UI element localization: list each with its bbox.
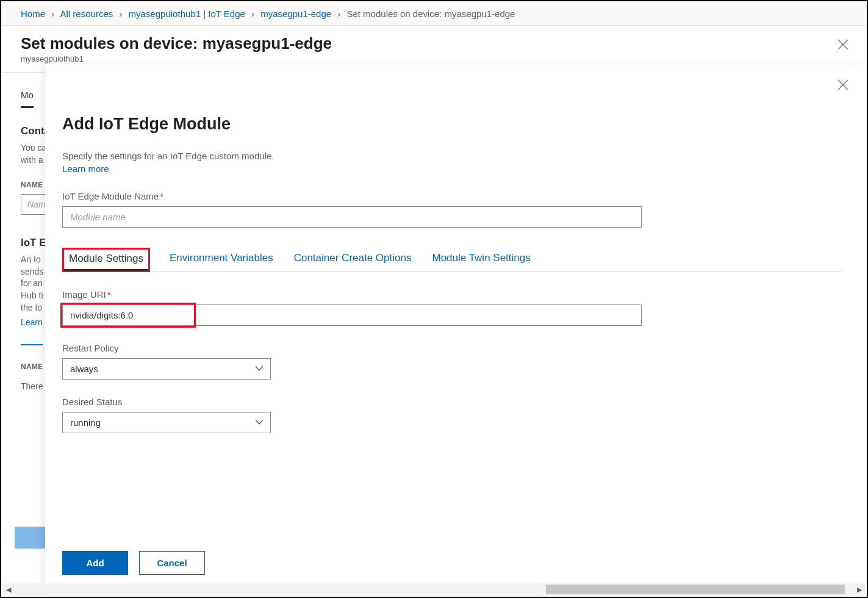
scrollbar-thumb[interactable] (546, 585, 845, 594)
scroll-left-icon[interactable]: ◀ (2, 586, 15, 594)
bg-tab-modules[interactable]: Mo (21, 84, 34, 108)
scrollbar-track[interactable] (15, 583, 853, 596)
page-title: Set modules on device: myasegpu1-edge (21, 34, 847, 53)
desired-status-label: Desired Status (62, 397, 841, 407)
breadcrumb-hub[interactable]: myasegpuiothub1 | IoT Edge (129, 9, 245, 19)
module-name-input[interactable] (62, 206, 642, 228)
breadcrumb: Home › All resources › myasegpuiothub1 |… (1, 1, 867, 26)
tab-env-variables[interactable]: Environment Variables (168, 246, 274, 272)
tab-module-settings[interactable]: Module Settings (62, 248, 150, 272)
breadcrumb-current: Set modules on device: myasegpu1-edge (346, 9, 515, 19)
horizontal-scrollbar[interactable]: ◀ ▶ (2, 583, 866, 596)
close-icon[interactable] (838, 39, 850, 51)
panel-footer: Add Cancel (62, 551, 205, 575)
desired-status-select[interactable]: running (62, 412, 271, 433)
add-button[interactable]: Add (62, 551, 128, 575)
restart-policy-select[interactable]: always (62, 358, 271, 380)
chevron-right-icon: › (119, 9, 122, 19)
tab-container-create[interactable]: Container Create Options (293, 246, 413, 272)
restart-policy-value: always (62, 358, 271, 380)
breadcrumb-all-resources[interactable]: All resources (60, 9, 113, 19)
image-uri-input[interactable] (62, 304, 642, 326)
learn-more-link[interactable]: Learn more (62, 164, 109, 174)
panel-description: Specify the settings for an IoT Edge cus… (62, 151, 841, 161)
chevron-right-icon: › (251, 9, 254, 19)
page-subtitle: myasegpuiothub1 (21, 54, 847, 63)
chevron-right-icon: › (337, 9, 340, 19)
cancel-button[interactable]: Cancel (139, 551, 205, 575)
add-module-panel: Add IoT Edge Module Specify the settings… (45, 65, 866, 596)
tabs: Module Settings Environment Variables Co… (62, 246, 841, 272)
panel-title: Add IoT Edge Module (62, 115, 841, 134)
breadcrumb-edge[interactable]: myasegpu1-edge (260, 9, 331, 19)
image-uri-label: Image URI* (62, 289, 841, 300)
scroll-right-icon[interactable]: ▶ (853, 586, 866, 594)
desired-status-value: running (62, 412, 271, 433)
close-icon[interactable] (838, 79, 848, 92)
restart-policy-label: Restart Policy (62, 343, 841, 353)
tab-module-twin[interactable]: Module Twin Settings (431, 246, 531, 272)
bg-learn-link[interactable]: Learn (21, 317, 43, 327)
breadcrumb-home[interactable]: Home (21, 9, 45, 19)
bg-primary-button[interactable] (15, 527, 45, 549)
module-name-label: IoT Edge Module Name* (62, 191, 841, 201)
chevron-right-icon: › (51, 9, 54, 19)
